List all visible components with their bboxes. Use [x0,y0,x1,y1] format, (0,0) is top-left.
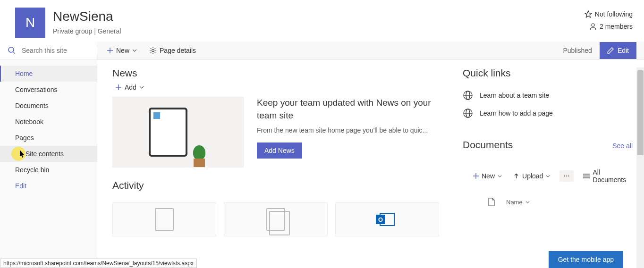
column-name[interactable]: Name [506,199,530,206]
left-nav: Home Conversations Documents Notebook Pa… [0,60,97,260]
globe-icon [463,90,473,100]
published-label: Published [563,47,592,54]
news-placeholder-image [112,97,244,168]
site-subtitle: Private group | General [53,27,121,35]
person-icon [589,23,597,30]
nav-edit[interactable]: Edit [0,178,97,194]
site-title[interactable]: NewSiena [53,8,121,25]
site-logo[interactable]: N [15,8,45,38]
chevron-down-icon [498,174,502,178]
new-button[interactable]: New [105,43,139,58]
news-add-button[interactable]: Add [115,84,448,91]
news-heading: News [112,67,448,79]
docs-upload-button[interactable]: Upload [511,168,552,184]
activity-heading: Activity [112,180,448,191]
outlook-icon [380,213,395,226]
follow-toggle[interactable]: Not following [585,10,633,18]
plus-icon [473,173,479,179]
svg-point-2 [8,47,14,52]
chevron-down-icon [132,48,137,53]
scrollbar-thumb[interactable] [637,70,644,155]
svg-point-1 [592,24,594,26]
plus-icon [115,84,122,91]
chevron-down-icon [525,200,530,204]
get-mobile-app-button[interactable]: Get the mobile app [549,251,623,268]
nav-notebook[interactable]: Notebook [0,114,97,130]
search-input[interactable] [22,47,104,54]
documents-stack-icon [266,208,285,231]
docs-more-button[interactable]: ⋯ [559,170,574,182]
star-icon [585,10,592,18]
quicklink-item[interactable]: Learn about a team site [463,86,633,104]
see-all-link[interactable]: See all [612,142,633,150]
search-box[interactable] [0,42,97,59]
nav-documents[interactable]: Documents [0,98,97,114]
quicklink-item[interactable]: Learn how to add a page [463,104,633,122]
activity-card[interactable] [224,202,328,236]
news-description: From the new team site home page you'll … [257,126,448,134]
news-headline: Keep your team updated with News on your… [257,97,448,122]
nav-conversations[interactable]: Conversations [0,82,97,98]
svg-marker-0 [585,11,592,17]
members-link[interactable]: 2 members [589,23,633,30]
quicklinks-heading: Quick links [463,67,633,79]
nav-pages[interactable]: Pages [0,130,97,146]
page-details-button[interactable]: Page details [147,43,198,58]
search-icon [8,46,16,55]
document-icon [155,208,174,231]
svg-line-3 [13,52,15,54]
activity-card[interactable] [112,202,216,236]
activity-card[interactable] [335,202,439,236]
documents-heading: Documents [463,139,513,151]
upload-icon [513,173,519,179]
list-icon [583,173,590,179]
nav-site-contents[interactable]: Site contents [0,146,97,162]
add-news-button[interactable]: Add News [257,142,302,159]
chevron-down-icon [139,85,144,90]
gear-icon [149,47,157,54]
globe-icon [463,108,473,118]
chevron-down-icon [546,174,550,178]
status-bar-url: https://microsoft.sharepoint.com/teams/N… [0,259,197,268]
edit-button[interactable]: Edit [600,42,636,59]
svg-point-6 [152,50,154,52]
nav-home[interactable]: Home [0,66,97,82]
plus-icon [107,47,113,54]
docs-new-button[interactable]: New [471,168,504,184]
docs-view-button[interactable]: All Documents [581,165,633,187]
pencil-icon [607,47,614,54]
nav-recycle-bin[interactable]: Recycle bin [0,162,97,178]
file-icon [488,198,495,206]
scrollbar[interactable] [636,67,644,268]
